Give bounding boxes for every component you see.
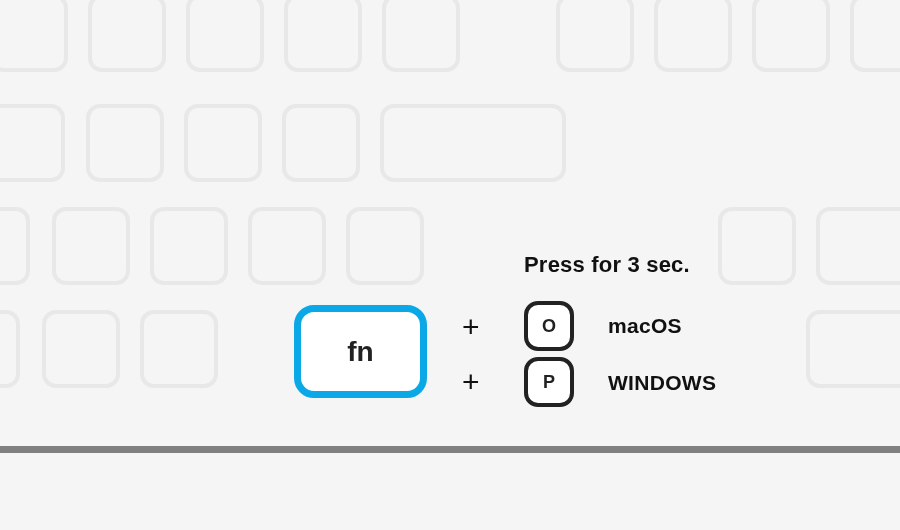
key-ghost	[42, 310, 120, 388]
plus-icon: +	[462, 310, 480, 344]
key-ghost	[850, 0, 900, 72]
key-ghost	[752, 0, 830, 72]
plus-icon: +	[462, 365, 480, 399]
key-ghost	[382, 0, 460, 72]
instruction-text: Press for 3 sec.	[524, 252, 690, 278]
key-ghost	[184, 104, 262, 182]
key-ghost	[806, 310, 900, 388]
key-ghost	[0, 310, 20, 388]
key-ghost-spacebar-fragment	[380, 104, 566, 182]
key-ghost	[556, 0, 634, 72]
key-ghost	[816, 207, 900, 285]
key-ghost	[0, 104, 65, 182]
os-label-macos: macOS	[608, 314, 682, 338]
fn-key: fn	[294, 305, 427, 398]
key-ghost	[52, 207, 130, 285]
key-ghost	[0, 0, 68, 72]
o-key-label: O	[542, 316, 556, 337]
p-key-label: P	[543, 372, 555, 393]
key-ghost	[282, 104, 360, 182]
key-ghost	[284, 0, 362, 72]
key-ghost	[346, 207, 424, 285]
key-ghost	[186, 0, 264, 72]
key-ghost	[248, 207, 326, 285]
key-ghost	[88, 0, 166, 72]
key-ghost	[86, 104, 164, 182]
key-ghost	[654, 0, 732, 72]
p-key: P	[524, 357, 574, 407]
key-ghost	[0, 207, 30, 285]
key-ghost	[150, 207, 228, 285]
fn-key-label: fn	[347, 336, 373, 368]
key-ghost	[718, 207, 796, 285]
os-label-windows: WINDOWS	[608, 371, 716, 395]
bottom-divider	[0, 446, 900, 453]
o-key: O	[524, 301, 574, 351]
key-ghost	[140, 310, 218, 388]
